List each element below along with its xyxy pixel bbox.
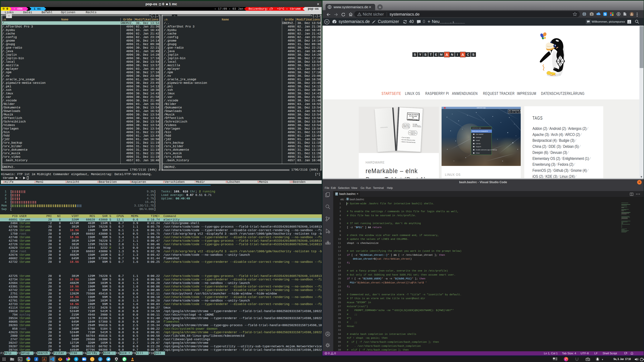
svg-text:W: W (326, 20, 328, 23)
svg-text:$_: $_ (19, 359, 21, 361)
svg-text:S: S (75, 358, 77, 361)
svg-text:J: J (36, 358, 37, 361)
svg-text:S: S (604, 12, 606, 16)
